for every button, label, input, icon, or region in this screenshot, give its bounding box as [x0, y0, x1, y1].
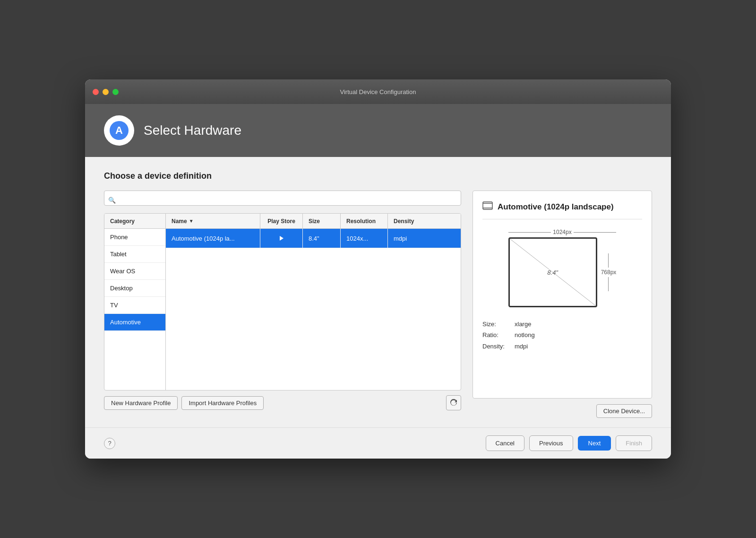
device-name-cell: Automotive (1024p la... — [166, 229, 260, 248]
refresh-icon — [450, 399, 457, 407]
clone-device-button[interactable]: Clone Device... — [596, 404, 652, 418]
content-area: Choose a device definition 🔍 Category Ph… — [85, 157, 671, 427]
category-column: Category Phone Tablet Wear OS Desktop TV… — [104, 214, 166, 390]
height-dimension: 768px — [601, 269, 617, 276]
devices-column: Name ▼ Play Store Size Resolution — [166, 214, 461, 390]
search-wrapper: 🔍 — [104, 191, 461, 209]
maximize-button[interactable] — [112, 89, 119, 95]
col-header-density: Density — [388, 214, 461, 228]
cancel-button[interactable]: Cancel — [486, 435, 524, 451]
device-store-cell — [260, 229, 303, 248]
diagram-wrapper: 1024px 8.4" — [508, 229, 617, 307]
page-title: Select Hardware — [144, 123, 241, 138]
sort-arrow-icon: ▼ — [189, 218, 194, 224]
finish-button[interactable]: Finish — [616, 435, 652, 451]
title-bar: Virtual Device Configuration — [85, 79, 671, 104]
col-header-name[interactable]: Name ▼ — [166, 214, 260, 228]
clone-button-wrapper: Clone Device... — [472, 404, 652, 418]
window-title: Virtual Device Configuration — [340, 88, 416, 95]
device-density-cell: mdpi — [388, 229, 461, 248]
svg-marker-2 — [280, 236, 284, 241]
category-item-automotive[interactable]: Automotive — [104, 314, 165, 331]
help-button[interactable]: ? — [104, 438, 115, 449]
main-window: Virtual Device Configuration A Select Ha… — [85, 79, 671, 459]
width-dimension: 1024px — [553, 229, 571, 235]
device-preview: Automotive (1024p landscape) 1024px — [472, 191, 652, 399]
spec-size: Size: xlarge — [482, 319, 642, 330]
import-hardware-profiles-button[interactable]: Import Hardware Profiles — [181, 396, 264, 410]
header: A Select Hardware — [85, 104, 671, 157]
play-store-icon — [277, 234, 286, 243]
search-input[interactable] — [104, 191, 461, 206]
previous-button[interactable]: Previous — [529, 435, 573, 451]
device-preview-title: Automotive (1024p landscape) — [482, 200, 642, 219]
bottom-buttons: New Hardware Profile Import Hardware Pro… — [104, 395, 461, 410]
device-size-cell: 8.4" — [303, 229, 341, 248]
empty-table-space — [166, 248, 461, 390]
device-specs: Size: xlarge Ratio: notlong Density: mdp… — [482, 319, 642, 352]
table-row[interactable]: Automotive (1024p la... 8.4" 1024x... — [166, 229, 461, 248]
svg-text:A: A — [115, 124, 123, 136]
device-preview-icon — [482, 200, 493, 213]
app-icon: A — [104, 115, 134, 146]
footer: ? Cancel Previous Next Finish — [85, 427, 671, 459]
category-item-desktop[interactable]: Desktop — [104, 280, 165, 297]
category-item-tv[interactable]: TV — [104, 297, 165, 314]
left-panel: 🔍 Category Phone Tablet Wear OS Desktop … — [104, 191, 461, 418]
category-header: Category — [104, 214, 165, 229]
traffic-lights — [93, 89, 119, 95]
category-item-phone[interactable]: Phone — [104, 229, 165, 246]
footer-actions: Cancel Previous Next Finish — [486, 435, 652, 451]
spec-density: Density: mdpi — [482, 341, 642, 352]
spec-ratio: Ratio: notlong — [482, 330, 642, 340]
category-item-tablet[interactable]: Tablet — [104, 246, 165, 263]
device-diagram: 1024px 8.4" — [482, 229, 642, 307]
android-studio-icon: A — [109, 120, 129, 141]
col-header-resolution: Resolution — [341, 214, 388, 228]
col-header-size: Size — [303, 214, 341, 228]
refresh-button[interactable] — [446, 395, 461, 410]
right-panel: Automotive (1024p landscape) 1024px — [472, 191, 652, 418]
col-header-play-store: Play Store — [260, 214, 303, 228]
devices-header: Name ▼ Play Store Size Resolution — [166, 214, 461, 229]
category-item-wearos[interactable]: Wear OS — [104, 263, 165, 280]
diagonal-label: 8.4" — [547, 269, 558, 276]
close-button[interactable] — [93, 89, 99, 95]
device-resolution-cell: 1024x... — [341, 229, 388, 248]
next-button[interactable]: Next — [578, 436, 611, 451]
screen-diagram: 8.4" — [508, 237, 597, 307]
minimize-button[interactable] — [103, 89, 109, 95]
new-hardware-profile-button[interactable]: New Hardware Profile — [104, 396, 178, 410]
section-title: Choose a device definition — [104, 171, 652, 181]
device-table: Category Phone Tablet Wear OS Desktop TV… — [104, 213, 461, 390]
main-area: 🔍 Category Phone Tablet Wear OS Desktop … — [104, 191, 652, 418]
